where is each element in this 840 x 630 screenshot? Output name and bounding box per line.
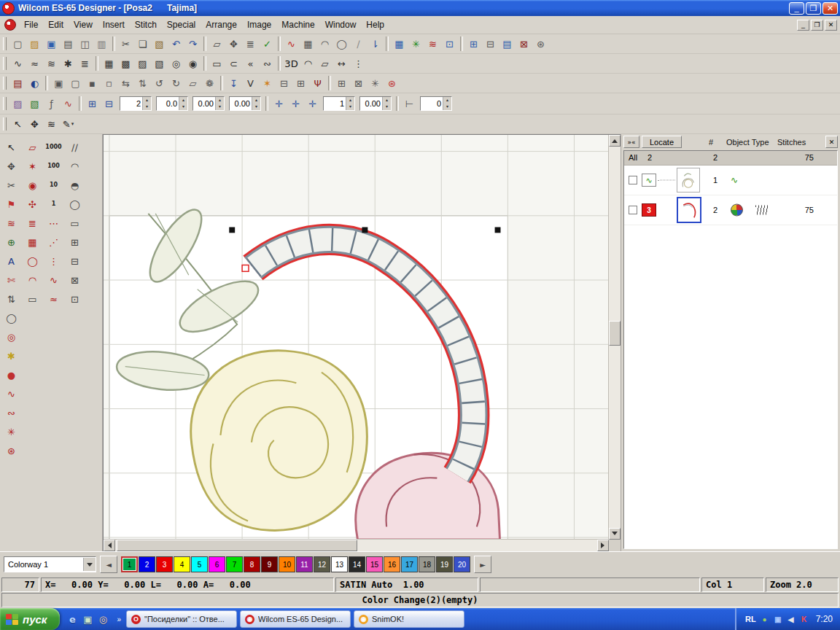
wreath-button[interactable]: ❁	[201, 75, 218, 91]
offset-field-value[interactable]: 0.00	[230, 99, 252, 108]
contour-fill-button[interactable]: ◎	[168, 55, 184, 71]
repeats-field-spinner[interactable]: ▴▾	[346, 97, 354, 110]
rotate-ccw-button[interactable]: ↺	[151, 75, 168, 91]
repeats-field-value[interactable]: 1	[324, 99, 346, 108]
start-button[interactable]: пуск	[0, 608, 60, 630]
program-split-button[interactable]: ▨	[134, 55, 151, 71]
palette-color-4[interactable]: 4	[174, 556, 190, 572]
toolbar-grip[interactable]	[3, 117, 7, 131]
display-tray-icon[interactable]: ▣	[773, 614, 783, 624]
embroidery-design-canvas[interactable]	[104, 135, 609, 540]
leaf-tool[interactable]: ✣	[23, 195, 42, 213]
trapunto-button[interactable]: ◠	[300, 55, 316, 71]
stitch-edit-button[interactable]: ≋	[43, 116, 60, 132]
media-quicklaunch[interactable]: ◎	[96, 612, 109, 626]
zoom-1-1-button[interactable]: ⊡	[441, 36, 458, 52]
horizontal-scrollbar[interactable]	[104, 539, 609, 551]
palette-color-14[interactable]: 14	[349, 556, 365, 572]
stitch-length-field-value[interactable]: 0.0	[157, 99, 179, 108]
menu-edit[interactable]: Edit	[43, 18, 69, 32]
column-b-tool[interactable]: ✶	[23, 158, 42, 175]
nudge-v-button[interactable]: ✛	[287, 96, 304, 112]
start-end-button[interactable]: ↧	[225, 75, 242, 91]
palette-color-18[interactable]: 18	[419, 556, 435, 572]
pull-comp-field-value[interactable]: 0.00	[193, 99, 215, 108]
satin-column-tool[interactable]: ≣	[23, 214, 42, 232]
stitch-density-button[interactable]: ⋮	[350, 55, 367, 71]
penetration-tool[interactable]: ⚑	[1, 195, 21, 213]
3d-view-button[interactable]: 3D	[283, 55, 300, 71]
stitch-1-button[interactable]: 1	[44, 195, 63, 213]
select-object-button[interactable]: ↖	[9, 116, 26, 132]
palette-color-1[interactable]: 1	[121, 556, 138, 572]
menu-special[interactable]: Special	[162, 18, 201, 32]
dotted-run-tool[interactable]: ⋯	[44, 214, 63, 232]
pull-comp-field-spinner[interactable]: ▴▾	[215, 97, 224, 110]
underlay-button[interactable]: ▱	[316, 55, 333, 71]
lettering-tool[interactable]: A	[1, 252, 21, 270]
taskbar-clock[interactable]: 7:20	[816, 614, 833, 624]
auto-underlay-button[interactable]: ▧	[26, 96, 43, 112]
machine-queue-button[interactable]: ⊠	[516, 36, 532, 52]
polygon-select-button[interactable]: ▱	[209, 36, 225, 52]
fill-hole-tool[interactable]: ⊕	[1, 233, 21, 251]
back-stitch-button[interactable]: «	[242, 55, 259, 71]
stitch-100-button[interactable]: 100	[44, 158, 63, 175]
palette-color-15[interactable]: 15	[366, 556, 383, 572]
mdi-restore-button[interactable]: ❐	[811, 20, 823, 31]
rotate-cw-button[interactable]: ↻	[168, 75, 184, 91]
palette-color-20[interactable]: 20	[454, 556, 470, 572]
hatch-lines-tool[interactable]: ∕∕	[65, 139, 85, 156]
restore-button[interactable]: ❐	[806, 2, 821, 15]
zigzag-stitch-button[interactable]: ≋	[43, 55, 60, 71]
menu-image[interactable]: Image	[242, 18, 276, 32]
mdi-close-button[interactable]: ✕	[825, 20, 837, 31]
antivirus-tray-icon[interactable]: K	[799, 614, 809, 624]
flexi-split-button[interactable]: ▧	[151, 55, 168, 71]
fabric-button[interactable]: ▨	[9, 96, 26, 112]
auto-start-end-button[interactable]: V	[242, 75, 259, 91]
measure-tool-button-dropdown[interactable]: ▾	[71, 121, 74, 127]
close-button[interactable]: ✕	[822, 2, 838, 15]
palette-color-7[interactable]: 7	[226, 556, 243, 572]
mirror-y-button[interactable]: ⇅	[134, 75, 151, 91]
reshape-object-button[interactable]: ✥	[26, 116, 43, 132]
scroll-up-button[interactable]	[609, 135, 621, 147]
ungroup-button[interactable]: ▢	[67, 75, 84, 91]
palette-next-button[interactable]: ►	[474, 556, 491, 573]
snap-grid-button[interactable]: ⊞	[84, 96, 101, 112]
yellow-rose-artwork[interactable]	[191, 351, 368, 531]
locate-button[interactable]: Locate	[642, 136, 682, 148]
column-a-tool[interactable]: ▱	[23, 139, 42, 156]
star-tool[interactable]: ✱	[1, 347, 21, 365]
paste-button[interactable]: ▧	[151, 36, 168, 52]
needle-point-button[interactable]: ⇂	[367, 36, 384, 52]
run-stitch-button[interactable]: ∿	[9, 55, 26, 71]
menu-file[interactable]: File	[19, 18, 43, 32]
rosette-tool[interactable]: ✳	[1, 423, 21, 440]
remove-overlaps-button[interactable]: ⊟	[276, 75, 292, 91]
stitch-1000-button[interactable]: 1000	[44, 139, 63, 156]
design-window-button[interactable]: ⊞	[465, 36, 482, 52]
unlock-button[interactable]: ▫	[101, 75, 117, 91]
wave-tool[interactable]: ∿	[44, 271, 63, 289]
design-properties-button[interactable]: ▤	[499, 36, 516, 52]
stitch-length-field-spinner[interactable]: ▴▾	[179, 97, 187, 110]
menu-help[interactable]: Help	[361, 18, 389, 32]
grid-spacing-field-value[interactable]: 2	[120, 99, 142, 108]
carousel-button[interactable]: ⊛	[384, 75, 400, 91]
curve-run-tool[interactable]: ∿	[1, 385, 21, 402]
stem-stitch-button[interactable]: ∾	[259, 55, 276, 71]
menu-arrange[interactable]: Arrange	[201, 18, 242, 32]
rotation-angle-field-spinner[interactable]: ▴▾	[382, 97, 391, 110]
applique-tool[interactable]: ✄	[1, 271, 21, 289]
rect-shape-tool[interactable]: ▭	[65, 214, 85, 232]
toolbar-grip[interactable]	[3, 57, 7, 70]
show-desktop-quicklaunch[interactable]: ▣	[81, 612, 94, 626]
wave-run-tool[interactable]: ∾	[1, 404, 21, 421]
ie-quicklaunch[interactable]: e	[66, 612, 79, 626]
export-machine-file-button[interactable]: ▥	[93, 36, 110, 52]
object-thumbnail-selected[interactable]	[677, 197, 701, 223]
thread-color-swatch[interactable]: 3	[642, 203, 656, 217]
motif-fill-button[interactable]: ▩	[117, 55, 134, 71]
